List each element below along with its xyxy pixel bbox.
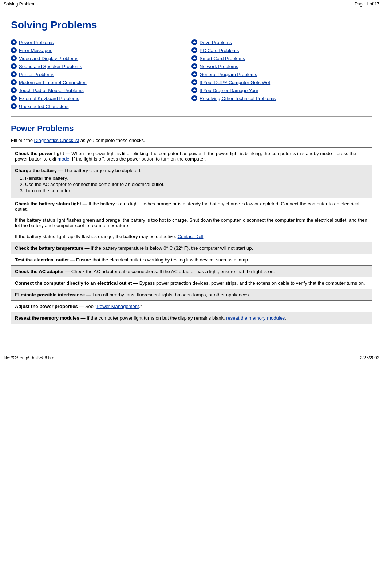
drop-damage-link[interactable]: If You Drop or Damage Your <box>200 88 258 93</box>
list-item: Error Messages <box>11 46 192 54</box>
cell-text: The battery charge may be depleted. <box>64 168 141 173</box>
list-item: Smart Card Problems <box>192 54 372 62</box>
term-label: Reseat the memory modules — <box>15 315 86 321</box>
table-row: Eliminate possible interference — Turn o… <box>11 289 372 301</box>
power-section-title: Power Problems <box>11 124 372 133</box>
list-item: Unexpected Characters <box>11 102 192 110</box>
list-item: Resolving Other Technical Problems <box>192 94 372 102</box>
cell-text: Ensure that the electrical outlet is wor… <box>76 257 249 263</box>
bullet-icon <box>192 39 197 45</box>
steps-list: Reinstall the battery. Use the AC adapte… <box>25 175 368 193</box>
modem-internet-link[interactable]: Modem and Internet Connection <box>19 80 87 85</box>
main-content: Solving Problems Power Problems Error Me… <box>0 8 383 346</box>
table-cell: Reseat the memory modules — If the compu… <box>11 312 372 324</box>
intro-text-after: as you complete these checks. <box>79 138 145 143</box>
bullet-icon <box>192 71 197 77</box>
bullet-icon <box>192 87 197 93</box>
table-row: Connect the computer directly to an elec… <box>11 277 372 289</box>
table-row: Adjust the power properties — See "Power… <box>11 301 372 312</box>
sound-speaker-link[interactable]: Sound and Speaker Problems <box>19 64 82 69</box>
links-column-2: Drive Problems PC Card Problems Smart Ca… <box>192 38 372 110</box>
list-item: Drive Problems <box>192 38 372 46</box>
links-column-1: Power Problems Error Messages Video and … <box>11 38 192 110</box>
page-info: Page 1 of 17 <box>355 1 379 7</box>
bullet-icon <box>192 79 197 85</box>
unexpected-characters-link[interactable]: Unexpected Characters <box>19 104 69 109</box>
error-messages-link[interactable]: Error Messages <box>19 48 52 53</box>
table-row: Charge the battery — The battery charge … <box>11 165 372 198</box>
intro-paragraph: Fill out the Diagnostics Checklist as yo… <box>11 138 372 143</box>
bullet-icon <box>11 71 17 77</box>
contact-dell-link[interactable]: Contact Dell <box>178 234 204 239</box>
mode-link[interactable]: mode <box>58 156 70 162</box>
smart-card-link[interactable]: Smart Card Problems <box>200 56 245 61</box>
cell-text-b: . <box>285 315 286 321</box>
cell-text: If the computer power light turns on but… <box>87 315 226 321</box>
table-cell: Check the power light — When the power l… <box>11 148 372 165</box>
drive-problems-link[interactable]: Drive Problems <box>200 40 232 45</box>
cell-text-3: If the battery status light rapidly flas… <box>15 234 178 239</box>
bullet-icon <box>192 95 197 101</box>
links-grid: Power Problems Error Messages Video and … <box>11 38 372 110</box>
term-label: Check the battery temperature — <box>15 245 89 251</box>
table-row: Check the AC adapter — Check the AC adap… <box>11 266 372 277</box>
term-label: Check the power light — <box>15 151 70 156</box>
table-cell: Test the electrical outlet — Ensure that… <box>11 254 372 266</box>
list-item: Reinstall the battery. <box>25 175 368 181</box>
printer-problems-link[interactable]: Printer Problems <box>19 72 54 77</box>
table-row: Check the battery temperature — If the b… <box>11 242 372 254</box>
bullet-icon <box>11 95 17 101</box>
list-item: Network Problems <box>192 62 372 70</box>
cell-text-b: ." <box>139 304 142 309</box>
general-program-link[interactable]: General Program Problems <box>200 72 257 77</box>
table-cell: Charge the battery — The battery charge … <box>11 165 372 198</box>
problem-table: Check the power light — When the power l… <box>11 147 372 324</box>
external-keyboard-link[interactable]: External Keyboard Problems <box>19 96 79 101</box>
network-problems-link[interactable]: Network Problems <box>200 64 238 69</box>
term-label: Charge the battery — <box>15 168 63 173</box>
reseat-memory-link[interactable]: reseat the memory modules <box>226 315 285 321</box>
list-item: Touch Pad or Mouse Problems <box>11 86 192 94</box>
touchpad-mouse-link[interactable]: Touch Pad or Mouse Problems <box>19 88 84 93</box>
bullet-icon <box>192 55 197 61</box>
list-item: If Your Dell™ Computer Gets Wet <box>192 78 372 86</box>
term-label: Connect the computer directly to an elec… <box>15 280 138 286</box>
intro-text-before: Fill out the <box>11 138 34 143</box>
power-management-link[interactable]: Power Management <box>96 304 139 309</box>
term-label: Eliminate possible interference — <box>15 292 91 297</box>
table-row: Check the power light — When the power l… <box>11 148 372 165</box>
footer-bar: file://C:\temp\~hhB588.htm 2/27/2003 <box>0 353 383 363</box>
bullet-icon <box>192 47 197 53</box>
dell-gets-wet-link[interactable]: If Your Dell™ Computer Gets Wet <box>200 80 270 85</box>
bullet-icon <box>11 87 17 93</box>
list-item: PC Card Problems <box>192 46 372 54</box>
list-item: Video and Display Problems <box>11 54 192 62</box>
table-row: Check the battery status light — If the … <box>11 198 372 242</box>
diagnostics-checklist-link[interactable]: Diagnostics Checklist <box>34 138 79 143</box>
bullet-icon <box>11 55 17 61</box>
table-cell: Connect the computer directly to an elec… <box>11 277 372 289</box>
bullet-icon <box>11 63 17 69</box>
footer-right: 2/27/2003 <box>360 355 379 360</box>
table-row: Reseat the memory modules — If the compu… <box>11 312 372 324</box>
list-item: Modem and Internet Connection <box>11 78 192 86</box>
browser-header: Solving Problems Page 1 of 17 <box>0 0 383 8</box>
list-item: Printer Problems <box>11 70 192 78</box>
cell-text: Check the AC adapter cable connections. … <box>71 269 275 274</box>
pc-card-link[interactable]: PC Card Problems <box>200 48 239 53</box>
footer-left: file://C:\temp\~hhB588.htm <box>4 355 55 360</box>
bullet-icon <box>11 79 17 85</box>
video-display-link[interactable]: Video and Display Problems <box>19 56 78 61</box>
resolving-technical-link[interactable]: Resolving Other Technical Problems <box>200 96 276 101</box>
term-label: Test the electrical outlet — <box>15 257 75 263</box>
list-item: Sound and Speaker Problems <box>11 62 192 70</box>
table-cell: Eliminate possible interference — Turn o… <box>11 289 372 301</box>
power-problems-link[interactable]: Power Problems <box>19 40 54 45</box>
cell-text: If the battery temperature is below 0° C… <box>91 245 253 251</box>
bullet-icon <box>11 103 17 109</box>
cell-text: Turn off nearby fans, fluorescent lights… <box>92 292 250 297</box>
list-item: External Keyboard Problems <box>11 94 192 102</box>
cell-text: Bypass power protection devices, power s… <box>139 280 365 286</box>
bullet-icon <box>11 39 17 45</box>
list-item: Power Problems <box>11 38 192 46</box>
